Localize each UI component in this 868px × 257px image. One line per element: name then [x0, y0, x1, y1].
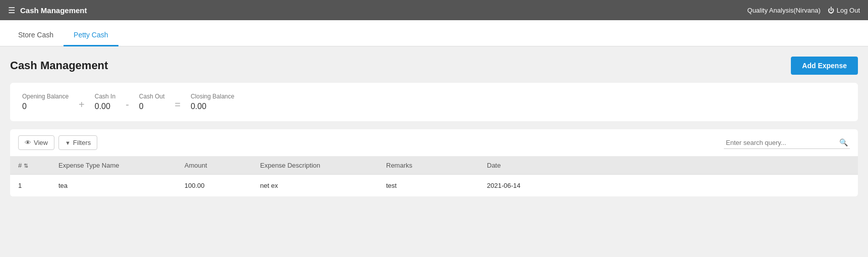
data-table: # ⇅ Expense Type Name Amount Expense Des…	[10, 157, 858, 196]
opening-balance-item: Opening Balance 0	[22, 93, 69, 111]
tab-petty-cash[interactable]: Petty Cash	[64, 24, 118, 46]
cell-amount: 100.00	[176, 175, 252, 197]
view-label: View	[34, 139, 48, 146]
view-icon: 👁	[25, 139, 31, 146]
page-header: Cash Management Add Expense	[10, 57, 858, 75]
cash-out-label: Cash Out	[139, 93, 165, 100]
logout-label: Log Out	[837, 7, 860, 14]
cash-in-value: 0.00	[95, 102, 115, 111]
col-header-description: Expense Description	[252, 157, 378, 175]
search-input[interactable]	[726, 139, 839, 146]
cash-out-item: Cash Out 0	[139, 93, 165, 111]
plus-operator: +	[79, 94, 85, 111]
view-button[interactable]: 👁 View	[18, 135, 54, 150]
cell-num: 1	[10, 175, 50, 197]
filter-icon: ▼	[65, 140, 71, 146]
col-header-amount: Amount	[176, 157, 252, 175]
closing-balance-label: Closing Balance	[191, 93, 234, 100]
col-header-remarks: Remarks	[378, 157, 479, 175]
logout-button[interactable]: ⏻ Log Out	[828, 7, 860, 14]
cell-date: 2021-06-14	[479, 175, 858, 197]
cash-in-item: Cash In 0.00	[95, 93, 115, 111]
closing-balance-value: 0.00	[191, 102, 234, 111]
hamburger-icon[interactable]: ☰	[8, 6, 15, 15]
nav-right: Quality Analysis(Nirvana) ⏻ Log Out	[748, 7, 860, 14]
filters-label: Filters	[73, 139, 91, 146]
tabs-bar: Store Cash Petty Cash	[0, 20, 868, 46]
equals-operator: =	[175, 94, 181, 111]
toolbar-left: 👁 View ▼ Filters	[18, 135, 97, 150]
table-card: 👁 View ▼ Filters 🔍 # ⇅ Expe	[10, 129, 858, 196]
cash-in-label: Cash In	[95, 93, 115, 100]
opening-balance-value: 0	[22, 102, 69, 111]
nav-title: Cash Management	[20, 6, 87, 15]
main-content: Cash Management Add Expense Opening Bala…	[0, 46, 868, 207]
table-header-row: # ⇅ Expense Type Name Amount Expense Des…	[10, 157, 858, 175]
balance-card: Opening Balance 0 + Cash In 0.00 - Cash …	[10, 83, 858, 121]
cell-description: net ex	[252, 175, 378, 197]
nav-left: ☰ Cash Management	[8, 6, 87, 15]
user-label: Quality Analysis(Nirvana)	[748, 7, 821, 14]
search-container: 🔍	[724, 136, 850, 149]
top-nav: ☰ Cash Management Quality Analysis(Nirva…	[0, 0, 868, 20]
logout-icon: ⏻	[828, 7, 834, 14]
cell-expense-type: tea	[50, 175, 176, 197]
closing-balance-item: Closing Balance 0.00	[191, 93, 234, 111]
filters-button[interactable]: ▼ Filters	[58, 135, 97, 150]
table-toolbar: 👁 View ▼ Filters 🔍	[10, 129, 858, 157]
search-icon: 🔍	[839, 138, 848, 146]
col-header-num: # ⇅	[10, 157, 50, 175]
cell-remarks: test	[378, 175, 479, 197]
col-header-date: Date	[479, 157, 858, 175]
opening-balance-label: Opening Balance	[22, 93, 69, 100]
cash-out-value: 0	[139, 102, 165, 111]
add-expense-button[interactable]: Add Expense	[791, 57, 858, 75]
tab-store-cash[interactable]: Store Cash	[8, 24, 64, 46]
page-title: Cash Management	[10, 59, 108, 72]
minus-operator: -	[126, 94, 129, 111]
table-row: 1 tea 100.00 net ex test 2021-06-14	[10, 175, 858, 197]
col-header-expense-type: Expense Type Name	[50, 157, 176, 175]
table-body: 1 tea 100.00 net ex test 2021-06-14	[10, 175, 858, 197]
